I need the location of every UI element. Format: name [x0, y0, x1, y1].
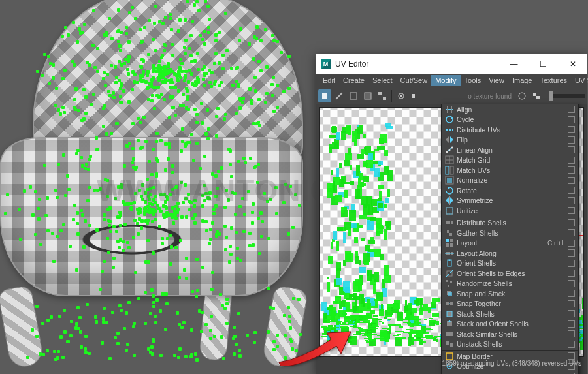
- svg-rect-8: [412, 94, 415, 98]
- option-box-icon[interactable]: [568, 240, 575, 247]
- stack-and-orient-shells-icon: [444, 319, 455, 329]
- maximize-button[interactable]: ☐: [529, 54, 558, 74]
- menu-item-stack-similar-shells[interactable]: Stack Similar Shells: [442, 329, 578, 339]
- menu-item-linear-align[interactable]: Linear Align: [442, 145, 578, 155]
- menu-item-distribute-uvs[interactable]: Distribute UVs: [442, 125, 578, 135]
- menu-item-symmetrize[interactable]: Symmetrize: [442, 196, 578, 206]
- menu-view[interactable]: View: [485, 75, 508, 86]
- option-box-icon[interactable]: [568, 229, 575, 236]
- svg-rect-5: [383, 97, 386, 100]
- menu-item-orient-shells[interactable]: Orient Shells: [442, 258, 578, 269]
- menu-item-unstack-shells[interactable]: Unstack Shells: [442, 339, 578, 350]
- maya-viewport[interactable]: WWW.ANTONIOBOSI.COM M UV Editor — ☐ ✕ Ed…: [0, 0, 588, 374]
- menu-item-align[interactable]: Align: [442, 104, 578, 115]
- menu-select[interactable]: Select: [368, 75, 397, 86]
- svg-rect-17: [449, 129, 451, 131]
- menu-item-normalize[interactable]: Normalize: [442, 176, 578, 186]
- svg-rect-10: [533, 93, 536, 96]
- option-box-icon[interactable]: [568, 166, 575, 174]
- option-box-icon[interactable]: [568, 300, 575, 307]
- flip-icon: [444, 135, 455, 145]
- tool-edge-mode-icon[interactable]: [333, 89, 346, 102]
- option-box-icon[interactable]: [568, 116, 575, 123]
- option-box-icon[interactable]: [568, 280, 575, 287]
- menu-edit[interactable]: Edit: [319, 75, 339, 86]
- menu-item-unitize[interactable]: Unitize: [442, 206, 578, 216]
- option-box-icon[interactable]: [568, 270, 575, 277]
- svg-rect-57: [447, 311, 452, 317]
- menu-textures[interactable]: Textures: [536, 75, 571, 86]
- minimize-button[interactable]: —: [499, 54, 529, 74]
- dim-slider[interactable]: [549, 94, 585, 98]
- menu-modify[interactable]: Modify: [431, 75, 460, 86]
- tool-uv-mode-icon[interactable]: [361, 89, 374, 102]
- option-box-icon[interactable]: [568, 219, 575, 226]
- rotate-icon: [444, 185, 455, 195]
- option-box-icon[interactable]: [568, 126, 575, 133]
- menu-item-match-uvs[interactable]: Match UVs: [442, 165, 578, 176]
- option-box-icon[interactable]: [568, 106, 575, 113]
- tool-texture-icon[interactable]: [515, 89, 529, 102]
- tool-face-mode-icon[interactable]: [347, 89, 360, 102]
- option-box-icon[interactable]: [568, 146, 575, 153]
- tool-shell-mode-icon[interactable]: [376, 89, 389, 102]
- svg-rect-59: [447, 321, 452, 326]
- option-box-icon[interactable]: [568, 249, 575, 257]
- menu-item-layout[interactable]: LayoutCtrl+L: [442, 238, 578, 249]
- menu-item-layout-along[interactable]: Layout Along: [442, 248, 578, 258]
- svg-rect-51: [448, 285, 449, 287]
- svg-point-20: [446, 151, 448, 153]
- close-button[interactable]: ✕: [558, 54, 587, 74]
- menu-item-flip[interactable]: Flip: [442, 135, 578, 146]
- menu-item-cycle[interactable]: Cycle: [442, 115, 578, 125]
- svg-rect-29: [447, 178, 452, 183]
- option-box-icon[interactable]: [568, 157, 575, 164]
- option-box-icon[interactable]: [568, 352, 575, 360]
- menu-cut-sew[interactable]: Cut/Sew: [397, 75, 432, 86]
- option-box-icon[interactable]: [568, 197, 575, 204]
- menu-image[interactable]: Image: [508, 75, 536, 86]
- tool-gear-icon[interactable]: [395, 89, 408, 102]
- unstack-shells-icon: [444, 339, 455, 349]
- option-box-icon[interactable]: [568, 177, 575, 184]
- option-box-icon[interactable]: [568, 136, 575, 144]
- svg-rect-13: [447, 106, 448, 113]
- option-box-icon[interactable]: [568, 320, 575, 328]
- window-title: UV Editor: [335, 59, 368, 69]
- straighten-border-icon: [444, 371, 455, 374]
- tool-layout-icon[interactable]: [409, 89, 422, 102]
- tool-selection-mode-icon[interactable]: [318, 89, 331, 102]
- menu-item-snap-together[interactable]: Snap Together: [442, 299, 578, 309]
- option-box-icon[interactable]: [568, 187, 575, 194]
- menu-item-snap-and-stack[interactable]: Snap and Stack: [442, 288, 578, 299]
- option-box-icon[interactable]: [568, 341, 575, 348]
- distribute-shells-icon: [444, 218, 455, 228]
- option-box-icon[interactable]: [568, 260, 575, 267]
- menu-item-stack-shells[interactable]: Stack Shells: [442, 309, 578, 319]
- menu-item-stack-and-orient-shells[interactable]: Stack and Orient Shells: [442, 319, 578, 330]
- menu-tools[interactable]: Tools: [461, 75, 485, 86]
- menu-item-match-grid[interactable]: Match Grid: [442, 155, 578, 166]
- menu-item-rotate[interactable]: Rotate: [442, 185, 578, 196]
- svg-rect-38: [446, 239, 449, 242]
- option-box-icon[interactable]: [568, 310, 575, 317]
- menu-item-gather-shells[interactable]: Gather Shells: [442, 228, 578, 238]
- titlebar[interactable]: M UV Editor — ☐ ✕: [316, 54, 587, 74]
- gather-shells-icon: [444, 228, 455, 238]
- svg-rect-11: [536, 96, 540, 99]
- menu-create[interactable]: Create: [339, 75, 368, 86]
- uv-pane-left[interactable]: [319, 107, 442, 357]
- tool-checker-icon[interactable]: [530, 89, 543, 102]
- option-box-icon[interactable]: [568, 207, 575, 214]
- chair-leg: [0, 285, 44, 369]
- option-box-icon[interactable]: [568, 290, 575, 297]
- menu-item-straighten-border[interactable]: Straighten Border: [442, 371, 578, 374]
- option-box-icon[interactable]: [568, 330, 575, 337]
- snap-and-stack-icon: [444, 288, 455, 298]
- menu-item-orient-shells-to-edges[interactable]: Orient Shells to Edges: [442, 268, 578, 279]
- menu-item-randomize-shells[interactable]: Randomize Shells: [442, 279, 578, 289]
- menu-uv-sets[interactable]: UV Sets: [571, 75, 588, 86]
- unitize-icon: [444, 206, 455, 215]
- svg-rect-3: [365, 93, 371, 99]
- menu-item-distribute-shells[interactable]: Distribute Shells: [442, 218, 578, 228]
